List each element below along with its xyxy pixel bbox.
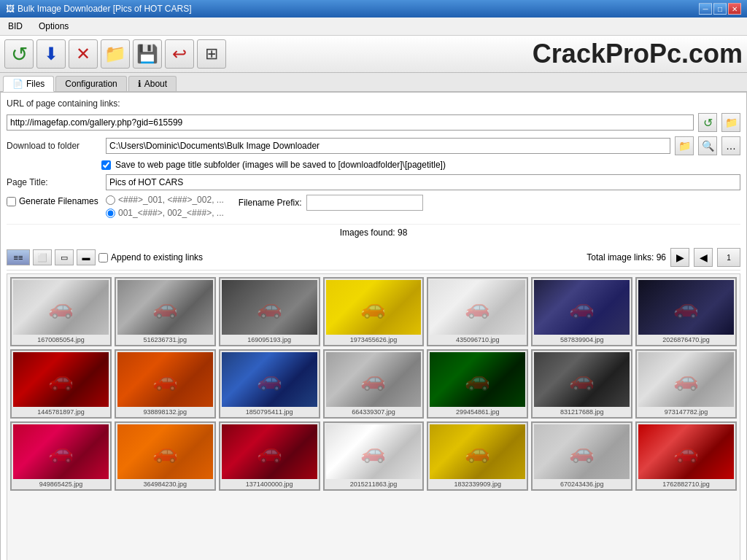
image-filename: 1371400000.jpg	[246, 481, 293, 488]
image-filename: 1670085054.jpg	[37, 336, 85, 343]
image-thumbnail: 🚗	[638, 352, 734, 407]
generate-checkbox[interactable]	[7, 197, 16, 206]
gallery-item[interactable]: 🚗973147782.jpg	[635, 349, 737, 419]
radio-1[interactable]	[106, 195, 115, 205]
gallery-scroll[interactable]: 🚗1670085054.jpg🚗516236731.jpg🚗169095193.…	[7, 274, 740, 560]
image-thumbnail: 🚗	[222, 424, 317, 479]
gallery-item[interactable]: 🚗587839904.jpg	[531, 277, 632, 346]
menu-bid[interactable]: BID	[3, 19, 28, 34]
view-small-button[interactable]: ▬	[77, 249, 96, 265]
car-icon: 🚗	[360, 424, 386, 479]
car-icon: 🚗	[48, 424, 74, 479]
maximize-button[interactable]: □	[713, 3, 727, 15]
image-thumbnail: 🚗	[430, 280, 525, 335]
gallery-grid: 🚗1670085054.jpg🚗516236731.jpg🚗169095193.…	[10, 277, 737, 491]
image-filename: 2026876470.jpg	[662, 336, 710, 343]
play-button[interactable]: ▶	[670, 248, 689, 267]
minimize-button[interactable]: ─	[699, 3, 712, 15]
url-input-row: ↺ 📁	[7, 113, 740, 132]
tab-about[interactable]: ℹ About	[128, 76, 177, 91]
gallery-item[interactable]: 🚗2015211863.jpg	[323, 421, 425, 491]
gallery-item[interactable]: 🚗670243436.jpg	[531, 421, 632, 491]
folder-input[interactable]	[106, 138, 670, 154]
car-icon: 🚗	[569, 352, 595, 407]
url-input[interactable]	[7, 114, 694, 131]
url-refresh-button[interactable]: ↺	[698, 113, 717, 132]
car-icon: 🚗	[360, 352, 386, 407]
radio-2[interactable]	[106, 209, 115, 218]
gallery-item[interactable]: 🚗831217688.jpg	[531, 349, 632, 419]
open-button[interactable]: 📁	[101, 39, 130, 69]
toolbar: ↺ ⬇ ✕ 📁 💾 ↩ ⊞ CrackProPc.com	[0, 36, 747, 73]
folder-more-button[interactable]: …	[721, 136, 740, 155]
stop-button[interactable]: ✕	[69, 39, 98, 69]
image-thumbnail: 🚗	[117, 352, 213, 407]
subfolder-row: Save to web page title subfolder (images…	[7, 160, 740, 170]
gallery-item[interactable]: 🚗1371400000.jpg	[219, 421, 320, 491]
image-thumbnail: 🚗	[326, 424, 422, 479]
view-large-button[interactable]: ⬜	[33, 249, 52, 265]
view-all-button[interactable]: ≡≡	[7, 249, 30, 265]
gallery-item[interactable]: 🚗1670085054.jpg	[10, 277, 112, 346]
download-button[interactable]: ⬇	[36, 39, 66, 69]
folder-label: Download to folder	[7, 141, 101, 151]
prefix-label: Filename Prefix:	[239, 198, 302, 208]
tabs: 📄 Files Configuration ℹ About	[0, 73, 747, 92]
gallery-item[interactable]: 🚗1973455626.jpg	[323, 277, 425, 346]
car-icon: 🚗	[569, 280, 595, 335]
folder-search-button[interactable]: 🔍	[698, 136, 717, 155]
tab-configuration[interactable]: Configuration	[55, 76, 126, 91]
gallery-item[interactable]: 🚗299454861.jpg	[427, 349, 528, 419]
gallery-item[interactable]: 🚗364984230.jpg	[115, 421, 216, 491]
gallery-item[interactable]: 🚗169095193.jpg	[219, 277, 320, 346]
gallery-item[interactable]: 🚗2026876470.jpg	[635, 277, 737, 346]
gallery-item[interactable]: 🚗949865425.jpg	[10, 421, 112, 491]
back-button[interactable]: ↩	[165, 39, 194, 69]
gallery-item[interactable]: 🚗1445781897.jpg	[10, 349, 112, 419]
folder-browse-button[interactable]: 📁	[675, 136, 694, 155]
car-icon: 🚗	[465, 424, 490, 479]
logo: CrackProPc.com	[533, 39, 743, 69]
gallery-item[interactable]: 🚗938898132.jpg	[115, 349, 216, 419]
view-medium-button[interactable]: ▭	[55, 249, 74, 265]
image-filename: 2015211863.jpg	[350, 481, 398, 488]
gallery-item[interactable]: 🚗1762882710.jpg	[635, 421, 737, 491]
grid-toolbar: ≡≡ ⬜ ▭ ▬ Append to existing links Total …	[7, 245, 740, 271]
car-icon: 🚗	[48, 280, 74, 335]
gallery-item[interactable]: 🚗435096710.jpg	[427, 277, 528, 346]
car-icon: 🚗	[257, 280, 282, 335]
append-checkbox[interactable]	[98, 253, 108, 262]
car-icon: 🚗	[465, 280, 490, 335]
save-button[interactable]: 💾	[133, 39, 162, 69]
car-icon: 🚗	[569, 424, 595, 479]
folder-row: Download to folder 📁 🔍 …	[7, 136, 740, 155]
refresh-button[interactable]: ↺	[4, 39, 34, 69]
image-filename: 1850795411.jpg	[246, 408, 293, 416]
car-icon: 🚗	[48, 352, 74, 407]
url-open-button[interactable]: 📁	[721, 113, 740, 132]
gallery-item[interactable]: 🚗1850795411.jpg	[219, 349, 320, 419]
image-filename: 435096710.jpg	[456, 336, 500, 343]
append-label: Append to existing links	[111, 252, 203, 262]
images-found-text: Images found: 98	[340, 228, 408, 238]
gallery-item[interactable]: 🚗664339307.jpg	[323, 349, 425, 419]
car-icon: 🚗	[465, 352, 490, 407]
image-filename: 516236731.jpg	[143, 336, 187, 343]
image-thumbnail: 🚗	[534, 280, 630, 335]
prefix-input[interactable]	[306, 195, 423, 211]
url-row: URL of page containing links:	[7, 98, 740, 109]
page-title-input[interactable]	[106, 174, 740, 190]
gallery-item[interactable]: 🚗1832339909.jpg	[427, 421, 528, 491]
prev-button[interactable]: ◀	[694, 248, 713, 267]
gallery-item[interactable]: 🚗516236731.jpg	[115, 277, 216, 346]
tab-files[interactable]: 📄 Files	[3, 76, 54, 92]
menu-options[interactable]: Options	[34, 19, 74, 34]
close-button[interactable]: ✕	[728, 3, 741, 15]
page-title-row: Page Title:	[7, 174, 740, 190]
image-thumbnail: 🚗	[638, 280, 734, 335]
about-tab-icon: ℹ	[138, 79, 142, 89]
grid-button[interactable]: ⊞	[197, 39, 226, 69]
car-icon: 🚗	[152, 280, 178, 335]
image-filename: 938898132.jpg	[143, 408, 187, 416]
subfolder-checkbox[interactable]	[101, 160, 111, 170]
